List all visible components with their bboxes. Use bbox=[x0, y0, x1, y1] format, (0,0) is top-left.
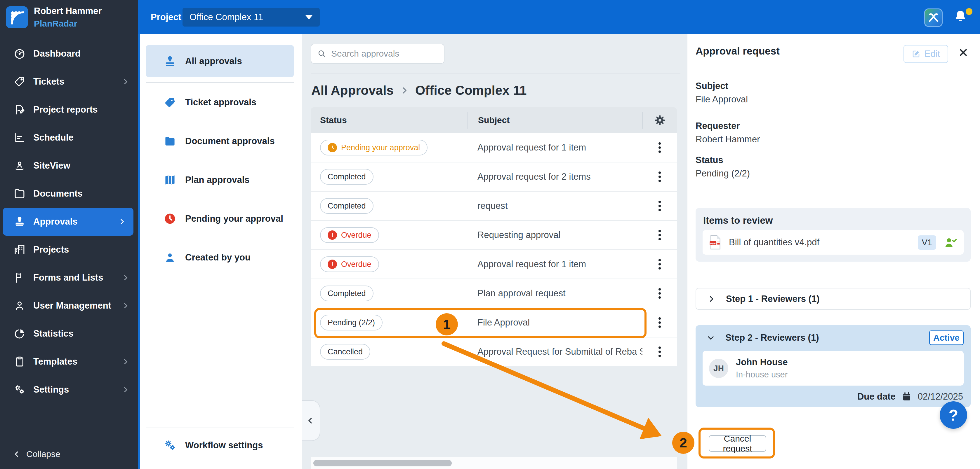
person-pin-icon bbox=[13, 160, 26, 172]
gear-icon[interactable] bbox=[654, 114, 666, 126]
search-icon bbox=[317, 49, 326, 58]
table-row-file-approval[interactable]: Pending (2/2) File Approval bbox=[311, 308, 677, 337]
svg-text:PDF: PDF bbox=[710, 242, 716, 245]
chevron-right-icon bbox=[122, 78, 129, 86]
table-row[interactable]: Completed request bbox=[311, 191, 677, 220]
subnav-item-plan-approvals[interactable]: Plan approvals bbox=[140, 160, 302, 199]
subnav-item-all-approvals[interactable]: All approvals bbox=[146, 45, 294, 77]
subnav-item-workflow-settings[interactable]: Workflow settings bbox=[140, 432, 302, 458]
subnav-item-ticket-approvals[interactable]: Ticket approvals bbox=[140, 83, 302, 122]
column-header-status[interactable]: Status bbox=[311, 115, 468, 125]
approvals-subnav: All approvals Ticket approvals Document … bbox=[138, 34, 302, 469]
step1-section[interactable]: Step 1 - Reviewers (1) bbox=[695, 288, 970, 310]
sidebar-item-tickets[interactable]: Tickets bbox=[0, 68, 138, 96]
table-row[interactable]: Completed Plan approval request bbox=[311, 279, 677, 308]
edit-button[interactable]: Edit bbox=[904, 45, 948, 63]
status-badge: Overdue bbox=[320, 257, 379, 272]
folder-icon bbox=[13, 187, 26, 200]
close-icon[interactable] bbox=[958, 47, 969, 58]
sidebar-item-project-reports[interactable]: Project reports bbox=[0, 96, 138, 124]
sidebar-item-approvals[interactable]: Approvals bbox=[3, 208, 134, 236]
sidebar-collapse-button[interactable]: Collapse bbox=[13, 449, 60, 459]
kebab-menu-icon[interactable] bbox=[659, 234, 661, 236]
flag-icon bbox=[13, 271, 26, 284]
stamp-icon bbox=[164, 55, 177, 68]
due-date-row: Due date 02/12/2025 bbox=[695, 389, 963, 404]
clipboard-icon bbox=[13, 355, 26, 368]
sidebar-item-label: Forms and Lists bbox=[33, 273, 103, 283]
map-icon bbox=[164, 174, 177, 186]
avatar: JH bbox=[709, 359, 728, 378]
buildings-icon bbox=[13, 244, 26, 256]
chevron-left-icon bbox=[13, 450, 21, 458]
connect-app-button[interactable] bbox=[924, 8, 943, 27]
reviewer-card[interactable]: JH John House In-house user bbox=[703, 351, 964, 386]
kebab-menu-icon[interactable] bbox=[659, 205, 661, 207]
sidebar-item-documents[interactable]: Documents bbox=[0, 180, 138, 208]
subnav-item-pending-your-approval[interactable]: Pending your approval bbox=[140, 199, 302, 238]
sidebar-item-dashboard[interactable]: Dashboard bbox=[0, 40, 138, 68]
requester-field-label: Requester bbox=[695, 121, 740, 131]
subnav-item-created-by-you[interactable]: Created by you bbox=[140, 238, 302, 277]
sidebar-item-label: User Management bbox=[33, 300, 111, 311]
step2-header[interactable]: Step 2 - Reviewers (1) Active bbox=[695, 325, 970, 350]
sidebar-item-schedule[interactable]: Schedule bbox=[0, 124, 138, 152]
sidebar-item-label: Tickets bbox=[33, 76, 64, 87]
sidebar-item-settings[interactable]: Settings bbox=[0, 376, 138, 404]
sidebar-item-templates[interactable]: Templates bbox=[0, 348, 138, 376]
planradar-logo bbox=[6, 6, 28, 28]
horizontal-scrollbar[interactable] bbox=[311, 457, 677, 469]
sidebar-item-statistics[interactable]: Statistics bbox=[0, 320, 138, 348]
planradar-app: Project Office Complex 11 bbox=[0, 0, 980, 469]
kebab-menu-icon[interactable] bbox=[659, 146, 661, 149]
search-box[interactable] bbox=[311, 44, 444, 63]
tag-icon bbox=[13, 76, 26, 88]
report-icon bbox=[13, 103, 26, 116]
subnav-item-label: Ticket approvals bbox=[185, 97, 256, 108]
project-select[interactable]: Office Complex 11 bbox=[183, 8, 320, 27]
scrollbar-thumb[interactable] bbox=[313, 460, 452, 466]
sidebar-item-projects[interactable]: Projects bbox=[0, 236, 138, 264]
sidebar: Robert Hammer PlanRadar Dashboard Ticket… bbox=[0, 0, 138, 469]
table-header: Status Subject bbox=[311, 107, 677, 133]
brand-name: PlanRadar bbox=[34, 19, 102, 29]
table-row[interactable]: Pending your approval Approval request f… bbox=[311, 133, 677, 162]
approvals-table: Status Subject Pending your approval App… bbox=[311, 107, 677, 366]
version-badge: V1 bbox=[918, 235, 936, 250]
column-header-subject[interactable]: Subject bbox=[468, 112, 643, 128]
search-input[interactable] bbox=[331, 49, 444, 59]
sidebar-item-label: Dashboard bbox=[33, 48, 81, 59]
subject-field-value: File Approval bbox=[695, 94, 748, 105]
help-button[interactable]: ? bbox=[940, 401, 967, 429]
file-item[interactable]: PDF Bill of quantities v4.pdf V1 bbox=[703, 230, 964, 255]
sidebar-item-user-management[interactable]: User Management bbox=[0, 292, 138, 320]
kebab-menu-icon[interactable] bbox=[659, 176, 661, 178]
gantt-icon bbox=[13, 132, 26, 144]
breadcrumb-root[interactable]: All Approvals bbox=[311, 83, 394, 98]
kebab-menu-icon[interactable] bbox=[659, 292, 661, 295]
notifications-button[interactable] bbox=[952, 8, 972, 27]
divider bbox=[146, 428, 294, 428]
user-name: Robert Hammer bbox=[34, 6, 102, 16]
pie-chart-icon bbox=[13, 328, 26, 340]
sidebar-item-forms-lists[interactable]: Forms and Lists bbox=[0, 264, 138, 292]
sidebar-item-label: Settings bbox=[33, 384, 69, 395]
table-row[interactable]: Completed Approval request for 2 items bbox=[311, 162, 677, 191]
table-row[interactable]: Overdue Approval request for 1 item bbox=[311, 249, 677, 279]
table-row[interactable]: Cancelled Approval Request for Submittal… bbox=[311, 337, 677, 366]
sidebar-item-siteview[interactable]: SiteView bbox=[0, 152, 138, 180]
sidebar-item-label: Approvals bbox=[33, 216, 78, 227]
kebab-menu-icon[interactable] bbox=[659, 322, 661, 324]
table-row[interactable]: Overdue Requesting approval bbox=[311, 220, 677, 249]
column-settings-cell bbox=[643, 112, 677, 128]
account-header[interactable]: Robert Hammer PlanRadar bbox=[0, 0, 138, 34]
kebab-menu-icon[interactable] bbox=[659, 350, 661, 353]
alert-icon bbox=[328, 260, 337, 269]
row-subject: Approval Request for Submittal of Reba S… bbox=[468, 347, 643, 357]
subnav-item-document-approvals[interactable]: Document approvals bbox=[140, 122, 302, 160]
chevron-right-icon bbox=[707, 295, 716, 303]
cancel-request-button[interactable]: Cancel request bbox=[709, 435, 766, 452]
panel-collapse-handle[interactable] bbox=[301, 400, 320, 441]
kebab-menu-icon[interactable] bbox=[659, 263, 661, 265]
tag-icon bbox=[164, 96, 177, 109]
